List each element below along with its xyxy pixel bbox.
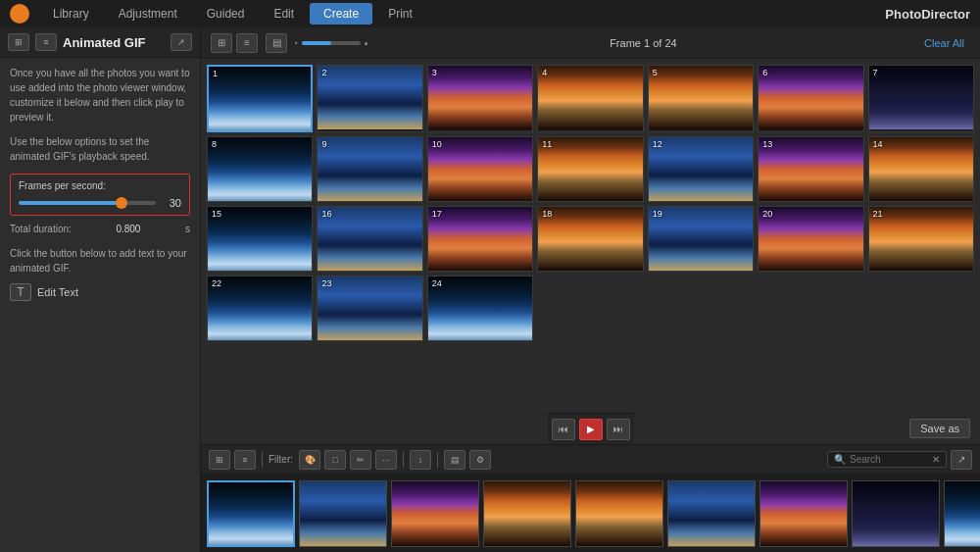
fps-value: 30 [162, 197, 181, 209]
search-clear-icon[interactable]: ✕ [932, 454, 940, 465]
grid-item[interactable]: 13 [758, 136, 863, 202]
frame-number: 17 [432, 209, 442, 219]
panel-title: Animated GIF [63, 35, 165, 50]
filmstrip-thumbnail [300, 481, 386, 546]
left-panel-header: ⊞ ≡ Animated GIF ↗ [0, 27, 200, 58]
view-icons: ⊞ ≡ [211, 33, 258, 53]
prev-frame-button[interactable]: ⏮ [552, 419, 575, 440]
grid-item[interactable]: 5 [648, 65, 754, 132]
toolbar-grid-btn[interactable]: ⊞ [209, 450, 230, 470]
edit-text-button[interactable]: T Edit Text [10, 283, 190, 301]
grid-item[interactable]: 17 [427, 206, 533, 272]
duration-value: 0.800 [116, 224, 140, 234]
list-view-icon[interactable]: ≡ [236, 33, 258, 53]
settings-btn[interactable]: ⚙ [469, 450, 491, 470]
grid-item[interactable]: 20 [758, 206, 863, 272]
toolbar-list-btn[interactable]: ≡ [234, 450, 256, 470]
tab-print[interactable]: Print [374, 3, 426, 25]
filmstrip-item[interactable] [760, 480, 848, 547]
grid-item[interactable]: 10 [427, 136, 533, 202]
search-input[interactable] [850, 454, 928, 465]
frame-number: 13 [762, 139, 772, 149]
clear-all-button[interactable]: Clear All [918, 35, 970, 51]
grid-item[interactable]: 12 [648, 136, 754, 202]
filmstrip-item[interactable] [667, 480, 756, 547]
filmstrip-item[interactable] [391, 480, 479, 547]
search-icon: 🔍 [834, 454, 846, 465]
filter-color-btn[interactable]: 🎨 [299, 450, 320, 470]
frame-thumbnail [759, 207, 862, 271]
grid-item[interactable]: 6 [758, 65, 863, 132]
app-title: PhotoDirector [885, 7, 970, 22]
view-mode-btn[interactable]: ▤ [444, 450, 466, 470]
filmstrip-view-icon[interactable]: ▤ [266, 33, 287, 53]
filmstrip-item[interactable] [299, 480, 387, 547]
grid-item[interactable]: 1 [207, 65, 313, 132]
thumbnail-size-slider[interactable] [302, 41, 361, 45]
filmstrip-item[interactable] [575, 480, 663, 547]
grid-item[interactable]: 24 [427, 276, 533, 341]
grid-item[interactable]: 14 [868, 136, 974, 202]
grid-view-icon[interactable]: ⊞ [211, 33, 232, 53]
next-frame-button[interactable]: ⏭ [607, 419, 630, 440]
grid-item[interactable]: 23 [317, 276, 422, 341]
export-button[interactable]: ↗ [951, 450, 972, 470]
tab-guided[interactable]: Guided [193, 3, 259, 25]
fps-slider[interactable] [19, 201, 156, 205]
frame-thumbnail [318, 276, 421, 340]
panel-export-icon[interactable]: ↗ [171, 33, 192, 51]
grid-item[interactable]: 18 [537, 206, 643, 272]
filmstrip-item[interactable] [483, 480, 571, 547]
filmstrip-thumbnail [853, 481, 939, 546]
grid-item[interactable]: 19 [648, 206, 754, 272]
grid-item[interactable]: 21 [868, 206, 974, 272]
filter-more-btn[interactable]: ··· [375, 450, 397, 470]
tab-adjustment[interactable]: Adjustment [105, 3, 191, 25]
filmstrip-thumbnail [760, 481, 847, 546]
filmstrip-item[interactable] [207, 480, 295, 547]
frame-thumbnail [649, 207, 753, 271]
grid-item[interactable]: 7 [868, 65, 974, 132]
tab-edit[interactable]: Edit [260, 3, 308, 25]
frame-thumbnail [318, 207, 421, 271]
filmstrip-thumbnail [484, 481, 570, 546]
playback-wrapper: ⏮ ▶ ⏭ Save as [201, 413, 980, 444]
frame-number: 10 [432, 139, 442, 149]
frame-number: 8 [212, 139, 217, 149]
toolbar-separator3 [437, 452, 438, 468]
tab-library[interactable]: Library [39, 3, 103, 25]
save-as-button[interactable]: Save as [909, 419, 970, 438]
filmstrip-thumbnail [576, 481, 662, 546]
frame-thumbnail [208, 276, 312, 340]
frame-number: 6 [762, 68, 767, 77]
grid-item[interactable]: 4 [537, 65, 643, 132]
frame-thumbnail [869, 207, 973, 271]
frames-grid: 123456789101112131415161718192021222324 [201, 59, 980, 413]
sort-btn[interactable]: ↕ [410, 450, 431, 470]
frame-number: 19 [653, 209, 662, 219]
panel-grid-icon[interactable]: ⊞ [8, 33, 29, 51]
edit-text-section: Click the button below to add text to yo… [10, 246, 190, 301]
size-max-icon: ▪ [365, 37, 368, 49]
play-button[interactable]: ▶ [579, 419, 603, 440]
fps-slider-thumb[interactable] [116, 197, 127, 209]
filter-shape-btn[interactable]: □ [324, 450, 346, 470]
nav-tabs: Library Adjustment Guided Edit Create Pr… [39, 3, 426, 25]
grid-item[interactable]: 9 [317, 136, 422, 202]
grid-item[interactable]: 11 [537, 136, 643, 202]
grid-item[interactable]: 8 [207, 136, 313, 202]
grid-item[interactable]: 2 [317, 65, 422, 132]
frame-number: 7 [873, 68, 878, 77]
filmstrip-item[interactable] [852, 480, 940, 547]
grid-item[interactable]: 3 [427, 65, 533, 132]
filmstrip-item[interactable] [944, 480, 980, 547]
frame-thumbnail [649, 137, 753, 201]
grid-item[interactable]: 22 [207, 276, 313, 341]
tab-create[interactable]: Create [310, 3, 372, 25]
frame-number: 4 [542, 68, 547, 77]
filter-edit-btn[interactable]: ✏ [350, 450, 371, 470]
frame-number: 16 [321, 209, 331, 219]
grid-item[interactable]: 15 [207, 206, 313, 272]
grid-item[interactable]: 16 [317, 206, 422, 272]
panel-list-icon[interactable]: ≡ [35, 33, 57, 51]
